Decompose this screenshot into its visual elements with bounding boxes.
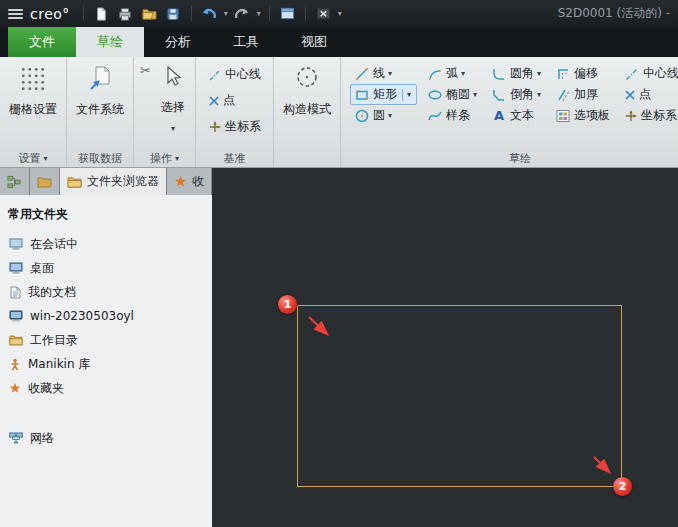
close-window-button[interactable]	[313, 3, 334, 24]
annotation-arrow-2	[594, 457, 609, 472]
star-icon	[174, 175, 187, 188]
offset-button[interactable]: 偏移	[551, 63, 614, 84]
chevron-down-icon[interactable]: ▾	[388, 70, 392, 78]
redo-button[interactable]	[232, 3, 253, 24]
cut-button[interactable]: ✂	[137, 60, 154, 81]
folder-item-network[interactable]: 网络	[0, 426, 212, 450]
ribbon-tabbar: 文件 草绘 分析 工具 视图	[0, 27, 678, 57]
thicken-icon	[555, 87, 571, 103]
chevron-down-icon: ▾	[171, 125, 175, 133]
select-button[interactable]: 选择 ▾	[154, 60, 192, 133]
chevron-down-icon[interactable]: ▾	[537, 91, 541, 99]
step-marker-2: 2	[613, 477, 632, 496]
thicken-button[interactable]: 加厚	[551, 84, 614, 105]
ribbon-group-operations: ✂ 选择 ▾ 操作▾	[134, 57, 196, 167]
sketch-point-button[interactable]: 点	[620, 84, 678, 105]
dashed-circle-icon	[293, 64, 321, 92]
folder-item-in-session[interactable]: 在会话中	[0, 232, 212, 256]
ribbon-group-datum: 中心线 点 坐标系 基准	[196, 57, 274, 167]
app-menu-icon[interactable]	[8, 9, 23, 19]
text-button[interactable]: A 文本	[487, 105, 545, 126]
line-icon	[354, 66, 370, 82]
datum-centerline-button[interactable]: 中心线	[204, 64, 265, 85]
tab-view[interactable]: 视图	[280, 27, 348, 57]
folder-item-documents[interactable]: 我的文档	[0, 280, 212, 304]
model-tree-tab[interactable]	[0, 168, 30, 195]
coordinate-system-icon	[624, 109, 638, 123]
spline-button[interactable]: 样条	[423, 105, 481, 126]
operations-group-label[interactable]: 操作▾	[134, 150, 195, 167]
tab-tools[interactable]: 工具	[212, 27, 280, 57]
centerline-icon	[208, 68, 222, 82]
sketch-csys-button[interactable]: 坐标系	[620, 105, 678, 126]
divider	[191, 6, 192, 21]
datum-csys-button[interactable]: 坐标系	[204, 116, 265, 137]
favorites-tab[interactable]: 收	[167, 168, 212, 195]
computer-icon	[9, 310, 23, 322]
tab-sketch[interactable]: 草绘	[76, 27, 144, 57]
save-icon	[166, 7, 180, 21]
rectangle-dropdown[interactable]: ▾	[402, 89, 413, 101]
star-icon	[9, 382, 21, 394]
construction-group-label	[274, 150, 340, 167]
chevron-down-icon[interactable]: ▾	[338, 9, 342, 18]
window-switch-button[interactable]	[277, 3, 298, 24]
datum-point-button[interactable]: 点	[204, 90, 265, 111]
circle-button[interactable]: 圆 ▾	[350, 105, 417, 126]
chevron-down-icon: ▾	[43, 155, 47, 163]
folder-browser-tab[interactable]: 文件夹浏览器	[60, 168, 167, 195]
sketch-geometry	[212, 168, 678, 527]
folder-item-desktop[interactable]: 桌面	[0, 256, 212, 280]
ribbon: 栅格设置 设置▾ 文件系统 获取数据 ✂ 选择 ▾	[0, 57, 678, 168]
chevron-down-icon[interactable]: ▾	[224, 9, 228, 18]
folder-item-manikin-library[interactable]: Manikin 库	[0, 352, 212, 376]
line-button[interactable]: 线 ▾	[350, 63, 417, 84]
folder-browser-body: 常用文件夹 在会话中 桌面 我的文档 win-20230503oyl	[0, 195, 212, 527]
tab-analysis[interactable]: 分析	[144, 27, 212, 57]
ellipse-button[interactable]: 椭圆 ▾	[423, 84, 481, 105]
window-title: S2D0001 (活动的) -	[558, 5, 670, 22]
folder-item-computer[interactable]: win-20230503oyl	[0, 304, 212, 328]
chevron-down-icon[interactable]: ▾	[461, 70, 465, 78]
palette-button[interactable]: 选项板	[551, 105, 614, 126]
open-button[interactable]	[139, 3, 160, 24]
ribbon-group-settings: 栅格设置 设置▾	[0, 57, 67, 167]
file-system-button[interactable]: 文件系统	[70, 60, 130, 118]
fillet-icon	[491, 66, 507, 82]
chevron-down-icon[interactable]: ▾	[388, 112, 392, 120]
divider	[305, 6, 306, 21]
chevron-down-icon[interactable]: ▾	[473, 91, 477, 99]
chevron-down-icon[interactable]: ▾	[537, 70, 541, 78]
titlebar: creo° ▾ ▾ ▾ S2D0001 (活动的) -	[0, 0, 678, 27]
centerline-icon	[624, 66, 640, 82]
save-button[interactable]	[163, 3, 184, 24]
divider	[269, 6, 270, 21]
folder-tree-tab[interactable]	[30, 168, 60, 195]
window-icon	[280, 7, 295, 20]
folder-item-favorites[interactable]: 收藏夹	[0, 376, 212, 400]
undo-button[interactable]	[199, 3, 220, 24]
ribbon-group-sketch: 线 ▾ 矩形 ▾ 圆 ▾	[341, 57, 678, 167]
fillet-button[interactable]: 圆角 ▾	[487, 63, 545, 84]
construction-mode-button[interactable]: 构造模式	[277, 60, 337, 118]
folder-item-working-directory[interactable]: 工作目录	[0, 328, 212, 352]
common-folders-header: 常用文件夹	[0, 204, 212, 232]
sketch-centerline-button[interactable]: 中心线 ▾	[620, 63, 678, 84]
grid-settings-button[interactable]: 栅格设置	[3, 60, 63, 118]
arc-button[interactable]: 弧 ▾	[423, 63, 481, 84]
step-marker-1: 1	[278, 295, 297, 314]
tab-file[interactable]: 文件	[8, 27, 76, 57]
settings-group-label[interactable]: 设置▾	[0, 150, 66, 167]
print-button[interactable]	[115, 3, 136, 24]
close-icon	[316, 7, 331, 20]
rectangle-icon	[354, 87, 370, 103]
chevron-down-icon[interactable]: ▾	[257, 9, 261, 18]
chamfer-button[interactable]: 倒角 ▾	[487, 84, 545, 105]
desktop-icon	[9, 262, 23, 274]
new-file-button[interactable]	[91, 3, 112, 24]
open-folder-icon	[142, 7, 157, 20]
get-data-group-label: 获取数据	[67, 150, 133, 167]
sketch-canvas[interactable]: 1 2	[212, 168, 678, 527]
rectangle-button[interactable]: 矩形 ▾	[350, 84, 417, 105]
ellipse-icon	[427, 87, 443, 103]
